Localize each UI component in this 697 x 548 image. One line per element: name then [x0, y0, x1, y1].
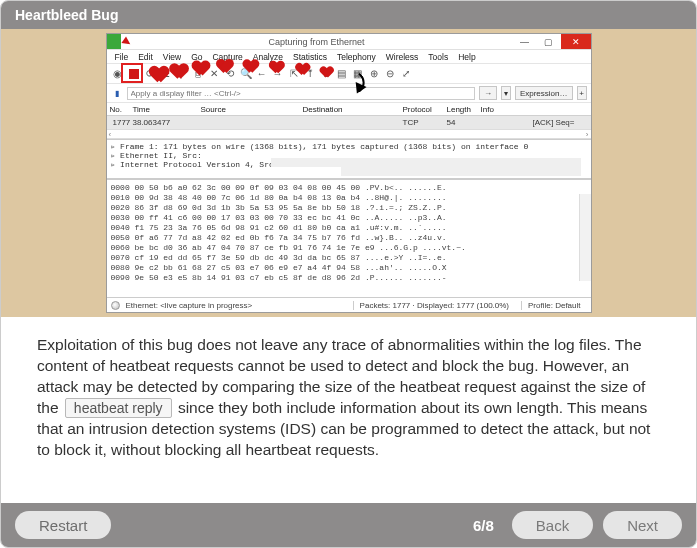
- toolbar-start-icon[interactable]: ◉: [111, 67, 125, 81]
- card-title: Heartbleed Bug: [1, 1, 696, 29]
- hex-line: 0010 00 9d 38 48 40 00 7c 06 1d 80 0a b4…: [111, 193, 587, 203]
- cell-protocol: TCP: [403, 116, 447, 129]
- toolbar-stop-icon[interactable]: [127, 67, 141, 81]
- toolbar-sep-icon: |: [175, 67, 189, 81]
- toolbar-restart-icon[interactable]: ⟳: [143, 67, 157, 81]
- menu-file[interactable]: File: [111, 50, 133, 63]
- wireshark-window: Capturing from Ethernet — ▢ ✕ File Edit …: [106, 33, 592, 313]
- toolbar-fwd-icon[interactable]: →: [271, 67, 285, 81]
- packet-list-header: No. Time Source Destination Protocol Len…: [107, 103, 591, 116]
- window-titlebar: Capturing from Ethernet — ▢ ✕: [107, 34, 591, 50]
- expression-button[interactable]: Expression…: [515, 86, 573, 100]
- toolbar-close-icon[interactable]: ✕: [207, 67, 221, 81]
- toolbar-zoomout-icon[interactable]: ⊖: [383, 67, 397, 81]
- col-destination-header[interactable]: Destination: [303, 103, 403, 115]
- next-button[interactable]: Next: [603, 511, 682, 539]
- cell-info: [ACK] Seq=: [481, 116, 591, 129]
- close-button[interactable]: ✕: [561, 34, 591, 49]
- redaction-box: [341, 167, 581, 176]
- hex-line: 0020 86 3f d8 69 0d 3d 1b 3b 5a 53 95 5a…: [111, 203, 587, 213]
- col-source-header[interactable]: Source: [201, 103, 303, 115]
- col-protocol-header[interactable]: Protocol: [403, 103, 447, 115]
- lesson-card: Heartbleed Bug Capturing from Ethernet —…: [0, 0, 697, 548]
- display-filter-input[interactable]: [127, 87, 475, 100]
- add-button[interactable]: +: [577, 86, 587, 100]
- toolbar-autoscroll-icon[interactable]: ▤: [335, 67, 349, 81]
- hex-line: 0040 f1 75 23 3a 76 05 6d 98 91 c2 60 d1…: [111, 223, 587, 233]
- cell-time: 38.063477: [133, 116, 201, 129]
- status-packets: Packets: 1777 · Displayed: 1777 (100.0%): [353, 301, 515, 310]
- menu-bar: File Edit View Go Capture Analyze Statis…: [107, 50, 591, 64]
- packet-bytes: 0000 00 50 b6 a0 62 3c 00 09 0f 09 03 04…: [107, 179, 591, 297]
- col-info-header[interactable]: Info: [481, 103, 591, 115]
- menu-edit[interactable]: Edit: [134, 50, 157, 63]
- status-bar: Ethernet: <live capture in progress> Pac…: [107, 297, 591, 312]
- filter-apply-button[interactable]: →: [479, 86, 497, 100]
- toolbar-bottom-icon[interactable]: ⤓: [319, 67, 333, 81]
- menu-wireless[interactable]: Wireless: [382, 50, 423, 63]
- menu-view[interactable]: View: [159, 50, 185, 63]
- toolbar: ◉ ⟳ ☰ | ⎙ ✕ ⟲ 🔍 ← → ⇱ ⤒ ⤓ ▤ ▦ ⊕ ⊖ ⤢: [107, 64, 591, 84]
- fill-blank-button[interactable]: heatbeat reply: [65, 398, 172, 418]
- toolbar-reload-icon[interactable]: ⟲: [223, 67, 237, 81]
- lesson-paragraph: Exploitation of this bug does not leave …: [37, 335, 660, 461]
- cell-length: 54: [447, 116, 481, 129]
- filter-row: ▮ → ▾ Expression… +: [107, 84, 591, 103]
- packet-details: ▹ Frame 1: 171 bytes on wire (1368 bits)…: [107, 139, 591, 179]
- col-time-header[interactable]: Time: [133, 103, 201, 115]
- toolbar-top-icon[interactable]: ⤒: [303, 67, 317, 81]
- col-length-header[interactable]: Length: [447, 103, 481, 115]
- bytes-vscrollbar[interactable]: [579, 194, 591, 281]
- toolbar-resize-icon[interactable]: ⤢: [399, 67, 413, 81]
- menu-tools[interactable]: Tools: [424, 50, 452, 63]
- hex-line: 0080 9e c2 bb 61 68 27 c5 03 e7 06 e9 e7…: [111, 263, 587, 273]
- list-hscrollbar[interactable]: ‹ ›: [107, 129, 591, 139]
- hex-line: 0070 cf 19 ed dd 65 f7 3e 59 db dc 49 3d…: [111, 253, 587, 263]
- menu-telephony[interactable]: Telephony: [333, 50, 380, 63]
- back-button[interactable]: Back: [512, 511, 593, 539]
- hex-line: 0000 00 50 b6 a0 62 3c 00 09 0f 09 03 04…: [111, 183, 587, 193]
- redaction-box: [271, 158, 581, 167]
- cell-source: [201, 116, 303, 129]
- screenshot-area: Capturing from Ethernet — ▢ ✕ File Edit …: [1, 29, 696, 317]
- packet-row[interactable]: 1777 38.063477 TCP 54 [ACK] Seq=: [107, 116, 591, 129]
- filter-bookmark-icon[interactable]: ▮: [111, 87, 123, 99]
- menu-statistics[interactable]: Statistics: [289, 50, 331, 63]
- expert-info-icon[interactable]: [111, 301, 120, 310]
- cell-no: 1777: [107, 116, 133, 129]
- hex-line: 0090 9e 50 e3 e5 8b 14 91 03 c7 eb c5 8f…: [111, 273, 587, 283]
- page-indicator: 6/8: [473, 517, 494, 534]
- toolbar-back-icon[interactable]: ←: [255, 67, 269, 81]
- scroll-left-icon[interactable]: ‹: [109, 130, 112, 139]
- menu-go[interactable]: Go: [187, 50, 206, 63]
- menu-analyze[interactable]: Analyze: [249, 50, 287, 63]
- lesson-footer: Restart 6/8 Back Next: [1, 503, 696, 547]
- toolbar-options-icon[interactable]: ☰: [159, 67, 173, 81]
- restart-button[interactable]: Restart: [15, 511, 111, 539]
- filter-history-button[interactable]: ▾: [501, 86, 511, 100]
- col-no-header[interactable]: No.: [107, 103, 133, 115]
- cell-destination: [303, 116, 403, 129]
- window-title: Capturing from Ethernet: [121, 34, 513, 49]
- status-capture: Ethernet: <live capture in progress>: [126, 301, 253, 310]
- toolbar-zoomin-icon[interactable]: ⊕: [367, 67, 381, 81]
- lesson-body: Exploitation of this bug does not leave …: [1, 317, 696, 503]
- details-frame-line[interactable]: ▹ Frame 1: 171 bytes on wire (1368 bits)…: [111, 142, 587, 151]
- menu-help[interactable]: Help: [454, 50, 479, 63]
- menu-capture[interactable]: Capture: [208, 50, 246, 63]
- app-icon: [107, 34, 121, 49]
- toolbar-save-icon[interactable]: ⎙: [191, 67, 205, 81]
- toolbar-find-icon[interactable]: 🔍: [239, 67, 253, 81]
- scroll-right-icon[interactable]: ›: [586, 130, 589, 139]
- minimize-button[interactable]: —: [513, 34, 537, 49]
- status-profile[interactable]: Profile: Default: [521, 301, 586, 310]
- toolbar-jump-icon[interactable]: ⇱: [287, 67, 301, 81]
- hex-line: 0050 0f a6 77 7d a8 42 02 ed 0b f6 7a 34…: [111, 233, 587, 243]
- hex-line: 0030 00 ff 41 c6 00 00 17 03 03 00 70 33…: [111, 213, 587, 223]
- hex-line: 0060 be bc d0 36 ab 47 04 70 87 ce fb 91…: [111, 243, 587, 253]
- maximize-button[interactable]: ▢: [537, 34, 561, 49]
